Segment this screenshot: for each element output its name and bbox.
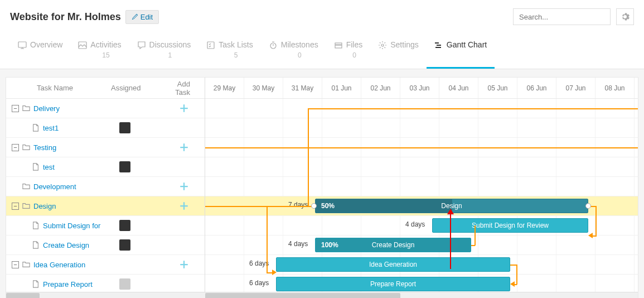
task-panel-header: Task Name Assigned Add Task — [6, 78, 205, 99]
duration-label: 4 days — [288, 240, 308, 248]
gantt-bar[interactable]: 100%Create Design — [315, 238, 471, 252]
task-label[interactable]: Testing — [33, 143, 56, 152]
dependency-line — [205, 147, 638, 148]
bar-label: Create Design — [316, 241, 471, 249]
duration-label: 7 days — [288, 201, 308, 209]
resize-handle-left[interactable] — [311, 203, 317, 209]
avatar — [119, 239, 130, 251]
col-header-addtask: Add Task — [161, 80, 200, 97]
tab-discussions[interactable]: Discussions1 — [129, 33, 199, 69]
folder-icon — [22, 202, 30, 210]
duration-label: 4 days — [405, 220, 425, 228]
task-row: Submit Design for — [6, 216, 205, 235]
add-task-button[interactable] — [179, 259, 189, 270]
timeline-row — [205, 177, 638, 196]
bar-label: Idea Generation — [277, 261, 510, 268]
assigned-cell — [111, 122, 161, 133]
gantt-bar[interactable]: Submit Design for Review — [432, 218, 588, 233]
dependency-line — [205, 206, 315, 207]
document-icon — [32, 222, 40, 229]
timeline-panel: 29 May30 May31 May01 Jun02 Jun03 Jun04 J… — [205, 78, 638, 292]
tab-files[interactable]: Files0 — [326, 33, 371, 69]
date-cell: 06 Jun — [517, 78, 556, 98]
folder-stack-icon — [334, 41, 343, 50]
resize-handle-right[interactable] — [585, 203, 591, 209]
date-cell: 04 Jun — [439, 78, 478, 98]
date-cell: 02 Jun — [361, 78, 400, 98]
scroll-thumb-right[interactable] — [205, 293, 400, 298]
date-cell: 29 May — [205, 78, 244, 98]
edit-button[interactable]: Edit — [125, 10, 159, 24]
date-cell: 30 May — [244, 78, 283, 98]
collapse-button[interactable]: − — [12, 105, 19, 112]
document-icon — [32, 241, 40, 249]
assigned-cell — [111, 239, 161, 251]
collapse-button[interactable]: − — [12, 203, 19, 210]
indicator-arrow-head — [447, 209, 454, 214]
gantt-bar[interactable]: Prepare Report — [276, 277, 510, 291]
image-icon — [78, 41, 87, 50]
task-label[interactable]: test — [43, 163, 55, 171]
document-icon — [32, 163, 40, 171]
add-task-button[interactable] — [179, 201, 189, 211]
gantt-bar[interactable]: Idea Generation — [276, 257, 510, 272]
tab-gantt-chart[interactable]: Gantt Chart — [427, 33, 495, 69]
tab-milestones[interactable]: Milestones0 — [261, 33, 326, 69]
date-cell: 03 Jun — [400, 78, 439, 98]
bar-label: Prepare Report — [277, 280, 510, 288]
dependency-line — [267, 206, 268, 273]
folder-icon — [22, 143, 30, 151]
tab-activities[interactable]: Activities15 — [70, 33, 129, 69]
task-label[interactable]: Create Design — [43, 241, 89, 249]
svg-rect-9 — [435, 47, 441, 48]
task-label[interactable]: Submit Design for — [43, 222, 100, 230]
gantt-container: Task Name Assigned Add Task −Deliverytes… — [6, 77, 638, 298]
collapse-button[interactable]: − — [12, 144, 19, 151]
indicator-arrow-line — [450, 213, 451, 269]
add-task-button[interactable] — [179, 103, 189, 113]
task-row: test — [6, 157, 205, 177]
svg-rect-0 — [18, 42, 26, 47]
svg-rect-4 — [335, 43, 342, 45]
dependency-arrow — [588, 233, 593, 238]
date-cell: 07 Jun — [556, 78, 595, 98]
date-cell: 09 — [635, 78, 638, 98]
task-label[interactable]: Design — [33, 202, 56, 210]
list-icon — [206, 41, 215, 50]
dependency-line — [308, 108, 638, 109]
svg-rect-2 — [207, 42, 214, 49]
timeline-row: Prepare Report6 days — [205, 275, 638, 292]
task-label[interactable]: Prepare Report — [43, 280, 93, 289]
assigned-cell — [111, 220, 161, 231]
folder-icon — [22, 104, 30, 112]
gantt-icon — [434, 41, 443, 50]
tab-tasklists[interactable]: Task Lists5 — [198, 33, 260, 69]
task-row: Prepare Report — [6, 275, 205, 292]
avatar — [119, 122, 130, 133]
date-cell: 05 Jun — [478, 78, 517, 98]
task-label[interactable]: Idea Generation — [33, 261, 85, 269]
avatar — [119, 278, 130, 290]
scroll-thumb-left[interactable] — [6, 293, 40, 298]
collapse-button[interactable]: − — [12, 261, 19, 268]
task-label[interactable]: Delivery — [33, 104, 60, 113]
avatar — [119, 161, 130, 172]
timeline-row — [205, 118, 638, 138]
search-input[interactable] — [513, 8, 611, 25]
settings-button[interactable] — [616, 8, 634, 25]
task-label[interactable]: test1 — [43, 124, 59, 132]
document-icon — [32, 124, 40, 132]
tab-settings[interactable]: Settings — [370, 33, 427, 69]
tab-overview[interactable]: Overview — [10, 33, 70, 69]
add-task-button[interactable] — [179, 181, 189, 191]
page-title: Website for Mr. Holmes — [10, 11, 121, 23]
task-panel: Task Name Assigned Add Task −Deliverytes… — [6, 78, 205, 292]
dependency-line — [595, 206, 597, 237]
add-task-button[interactable] — [179, 142, 189, 152]
assigned-cell — [111, 278, 161, 290]
horizontal-scrollbar[interactable] — [6, 292, 638, 298]
document-icon — [32, 280, 40, 288]
screen-icon — [18, 41, 27, 50]
task-label[interactable]: Development — [33, 182, 76, 191]
assigned-cell — [111, 161, 161, 172]
